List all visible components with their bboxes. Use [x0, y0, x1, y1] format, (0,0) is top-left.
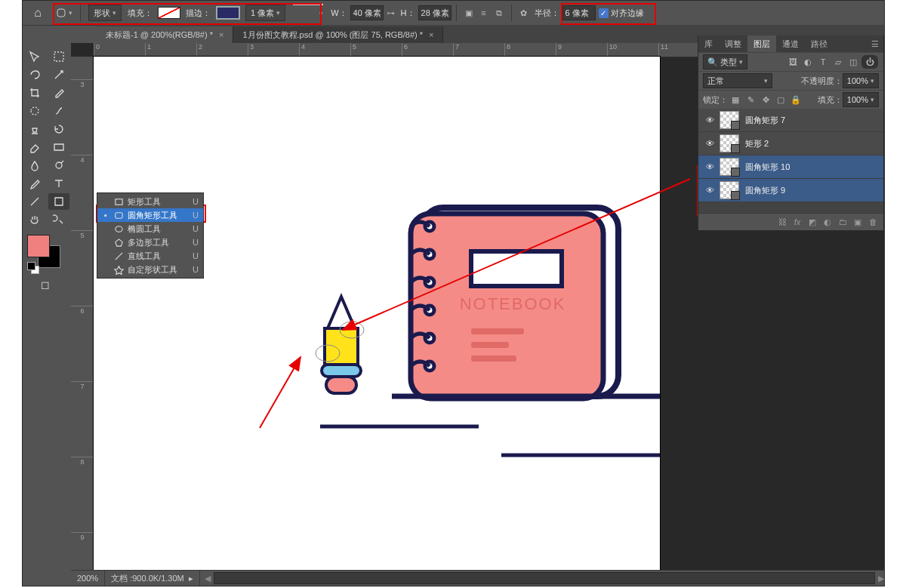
group-icon[interactable]: 🗀 — [836, 215, 849, 229]
shape-tool[interactable] — [48, 193, 69, 210]
flyout-item-line[interactable]: 直线工具U — [97, 249, 203, 263]
home-icon[interactable]: ⌂ — [23, 1, 53, 25]
history-tool[interactable] — [48, 121, 69, 137]
visibility-icon[interactable]: 👁 — [703, 139, 716, 148]
layer-row[interactable]: 👁圆角矩形 7 — [698, 109, 883, 132]
lock-paint-icon[interactable]: ✎ — [744, 93, 757, 106]
radius-field[interactable] — [562, 5, 596, 20]
layer-name[interactable]: 圆角矩形 10 — [742, 162, 879, 173]
panel-tab[interactable]: 路径 — [805, 35, 834, 52]
fx-icon[interactable]: fx — [790, 215, 804, 229]
blend-mode-select[interactable]: 正常▾ — [703, 73, 772, 88]
canvas[interactable]: NOTEBOOK — [94, 57, 660, 570]
flyout-item-rrect[interactable]: ▪圆角矩形工具U — [97, 208, 203, 222]
align-icon[interactable]: ≡ — [477, 6, 491, 20]
flyout-item-rect[interactable]: 矩形工具U — [97, 195, 203, 208]
layer-row[interactable]: 👁圆角矩形 10 — [698, 155, 883, 179]
pen-tool[interactable] — [24, 175, 45, 192]
stamp-tool[interactable] — [24, 121, 45, 137]
layer-row[interactable]: 👁矩形 2 — [698, 132, 883, 155]
flyout-item-ellipse[interactable]: 椭圆工具U — [97, 222, 203, 236]
eraser-tool[interactable] — [24, 139, 45, 155]
ruler-vertical[interactable]: 3456789 — [71, 57, 94, 571]
gradient-tool[interactable] — [48, 139, 69, 155]
layer-thumb[interactable] — [720, 111, 739, 129]
panel-menu-icon[interactable]: ☰ — [867, 35, 883, 52]
align-edges-checkbox[interactable]: ✓对齐边缘 — [599, 5, 644, 21]
filter-toggle-icon[interactable]: ⏻ — [861, 55, 878, 69]
stroke-style[interactable]: ▾ — [293, 4, 323, 22]
lock-transparent-icon[interactable]: ▦ — [729, 93, 742, 106]
h-scrollbar[interactable] — [214, 572, 875, 584]
doc-size[interactable]: 文档 :900.0K/1.30M▸ — [105, 571, 200, 586]
fill-opacity-field[interactable]: 100%▾ — [843, 92, 879, 107]
gear-icon[interactable]: ✿ — [517, 6, 531, 20]
dodge-tool[interactable] — [48, 157, 69, 174]
height-field[interactable] — [418, 5, 451, 20]
delete-icon[interactable]: 🗑 — [866, 215, 880, 229]
layer-name[interactable]: 矩形 2 — [742, 138, 879, 149]
patch-tool[interactable] — [24, 103, 45, 119]
photoshop-window: ⌂ ▾ 形状▾ 填充： 描边： 1 像素▾ ▾ W： ⊶ H： ▣ ≡ ⧉ ✿ … — [22, 0, 885, 586]
adjustment-icon[interactable]: ◐ — [821, 215, 834, 229]
lock-position-icon[interactable]: ✥ — [759, 93, 772, 106]
svg-rect-16 — [322, 365, 361, 377]
filter-smart-icon[interactable]: ◫ — [846, 55, 860, 69]
fill-swatch[interactable] — [158, 7, 180, 19]
layer-thumb[interactable] — [720, 134, 739, 152]
panel-tab[interactable]: 库 — [698, 35, 719, 52]
panel-tab[interactable]: 图层 — [747, 35, 776, 52]
lock-artboard-icon[interactable]: ▢ — [774, 93, 787, 106]
stroke-swatch[interactable] — [216, 6, 240, 20]
link-layers-icon[interactable]: ⛓ — [775, 215, 789, 229]
path-op-icon[interactable]: ▣ — [462, 6, 476, 20]
stroke-width-field[interactable]: 1 像素▾ — [245, 5, 285, 21]
wand-tool[interactable] — [48, 66, 69, 83]
layer-row[interactable]: 👁圆角矩形 9 — [698, 179, 883, 202]
flyout-item-poly[interactable]: 多边形工具U — [97, 236, 203, 249]
visibility-icon[interactable]: 👁 — [703, 186, 716, 195]
foreground-background-swatch[interactable] — [27, 235, 65, 269]
width-field[interactable] — [350, 5, 384, 20]
layer-name[interactable]: 圆角矩形 9 — [742, 185, 879, 196]
filter-adjust-icon[interactable]: ◐ — [801, 55, 815, 69]
layer-filter-select[interactable]: 🔍类型▾ — [703, 54, 747, 69]
shape-mode-select[interactable]: 形状▾ — [88, 5, 122, 21]
layer-thumb[interactable] — [720, 158, 739, 176]
hand-tool[interactable] — [24, 211, 45, 228]
link-wh-icon[interactable]: ⊶ — [387, 5, 395, 21]
move-tool[interactable] — [24, 48, 45, 65]
svg-rect-6 — [471, 342, 509, 348]
document-tab[interactable]: 1月份图文教程.psd @ 100% (图层 75, RGB/8#) *× — [233, 26, 443, 43]
panel-tab[interactable]: 调整 — [719, 35, 747, 52]
lasso-tool[interactable] — [24, 66, 45, 83]
zoom-tool[interactable] — [48, 211, 69, 228]
stroke-label: 描边： — [186, 5, 211, 21]
filter-image-icon[interactable]: 🖼 — [786, 55, 800, 69]
marquee-tool[interactable] — [48, 48, 69, 65]
panel-tab[interactable]: 通道 — [776, 35, 805, 52]
svg-rect-3 — [471, 251, 562, 286]
opacity-field[interactable]: 100%▾ — [843, 73, 879, 88]
filter-shape-icon[interactable]: ▱ — [831, 55, 845, 69]
arrange-icon[interactable]: ⧉ — [492, 6, 506, 20]
quick-mask-icon[interactable]: ◻ — [25, 276, 66, 293]
layer-thumb[interactable] — [720, 181, 739, 199]
brush-tool[interactable] — [48, 103, 69, 119]
path-tool[interactable] — [24, 193, 45, 210]
flyout-item-custom[interactable]: 自定形状工具U — [97, 263, 203, 276]
blur-tool[interactable] — [24, 157, 45, 174]
zoom-level[interactable]: 200% — [71, 571, 105, 586]
mask-icon[interactable]: ◩ — [806, 215, 819, 229]
crop-tool[interactable] — [24, 85, 45, 101]
type-tool[interactable] — [48, 175, 69, 192]
lock-all-icon[interactable]: 🔒 — [789, 93, 803, 106]
new-layer-icon[interactable]: ▣ — [851, 215, 864, 229]
tool-preset[interactable]: ▾ — [56, 5, 72, 21]
visibility-icon[interactable]: 👁 — [703, 162, 716, 171]
document-tab[interactable]: 未标题-1 @ 200%(RGB/8#) *× — [97, 26, 233, 43]
eyedropper-tool[interactable] — [48, 85, 69, 101]
visibility-icon[interactable]: 👁 — [703, 115, 716, 125]
filter-type-icon[interactable]: T — [816, 55, 830, 69]
layer-name[interactable]: 圆角矩形 7 — [742, 115, 879, 126]
